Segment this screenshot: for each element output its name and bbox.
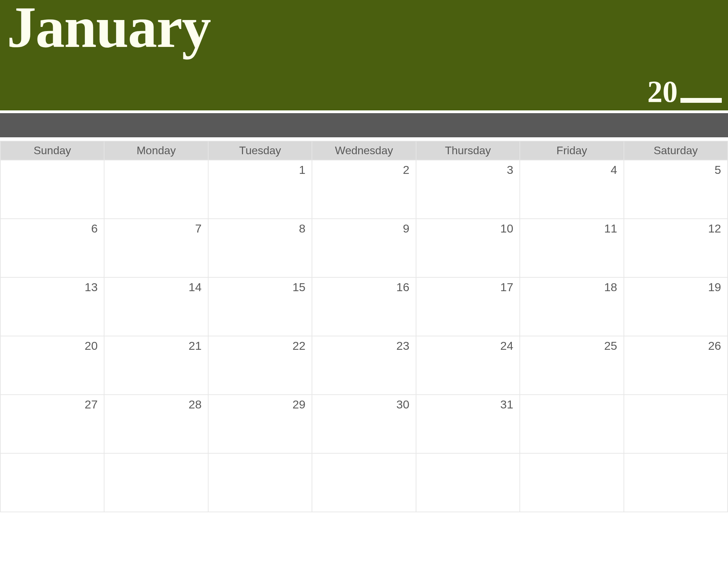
weekday-saturday: Saturday xyxy=(624,141,728,160)
day-cell xyxy=(416,453,520,512)
day-cell: 14 xyxy=(104,277,208,336)
day-cell: 17 xyxy=(416,277,520,336)
year-prefix: 20 xyxy=(647,77,678,107)
week-row: 27 28 29 30 31 xyxy=(0,395,728,453)
day-cell xyxy=(624,453,728,512)
day-cell: 27 xyxy=(0,395,104,453)
day-cell: 1 xyxy=(208,160,312,219)
day-cell: 8 xyxy=(208,219,312,277)
day-cell: 7 xyxy=(104,219,208,277)
day-cell xyxy=(104,160,208,219)
weekday-monday: Monday xyxy=(104,141,208,160)
day-cell: 30 xyxy=(312,395,416,453)
day-cell: 19 xyxy=(624,277,728,336)
day-cell: 26 xyxy=(624,336,728,395)
weekday-friday: Friday xyxy=(520,141,624,160)
day-cell: 29 xyxy=(208,395,312,453)
day-cell xyxy=(0,453,104,512)
day-cell: 16 xyxy=(312,277,416,336)
week-row: 6 7 8 9 10 11 12 xyxy=(0,219,728,277)
year-blank-line xyxy=(680,98,722,103)
day-cell: 25 xyxy=(520,336,624,395)
day-cell: 15 xyxy=(208,277,312,336)
day-cell: 31 xyxy=(416,395,520,453)
year-block: 20 xyxy=(647,77,722,107)
weekday-thursday: Thursday xyxy=(416,141,520,160)
day-cell xyxy=(312,453,416,512)
day-cell xyxy=(208,453,312,512)
day-cell: 5 xyxy=(624,160,728,219)
week-row: 20 21 22 23 24 25 26 xyxy=(0,336,728,395)
weekday-wednesday: Wednesday xyxy=(312,141,416,160)
day-cell xyxy=(624,395,728,453)
calendar-grid: Sunday Monday Tuesday Wednesday Thursday… xyxy=(0,141,728,512)
weekday-tuesday: Tuesday xyxy=(208,141,312,160)
day-cell: 6 xyxy=(0,219,104,277)
header-band: January 20 xyxy=(0,0,728,110)
day-cell: 10 xyxy=(416,219,520,277)
week-row: 1 2 3 4 5 xyxy=(0,160,728,219)
weekday-header-row: Sunday Monday Tuesday Wednesday Thursday… xyxy=(0,141,728,160)
day-cell: 20 xyxy=(0,336,104,395)
day-cell: 28 xyxy=(104,395,208,453)
week-row: 13 14 15 16 17 18 19 xyxy=(0,277,728,336)
week-row xyxy=(0,453,728,512)
sub-header-bar xyxy=(0,113,728,137)
day-cell: 21 xyxy=(104,336,208,395)
day-cell: 3 xyxy=(416,160,520,219)
day-cell: 18 xyxy=(520,277,624,336)
calendar-page: January 20 Sunday Monday Tuesday Wednesd… xyxy=(0,0,728,563)
day-cell: 4 xyxy=(520,160,624,219)
day-cell: 12 xyxy=(624,219,728,277)
day-cell: 2 xyxy=(312,160,416,219)
day-cell: 23 xyxy=(312,336,416,395)
weekday-sunday: Sunday xyxy=(0,141,104,160)
day-cell xyxy=(520,453,624,512)
day-cell: 9 xyxy=(312,219,416,277)
day-cell: 11 xyxy=(520,219,624,277)
day-cell xyxy=(0,160,104,219)
day-cell xyxy=(104,453,208,512)
day-cell xyxy=(520,395,624,453)
day-cell: 13 xyxy=(0,277,104,336)
day-cell: 22 xyxy=(208,336,312,395)
month-title: January xyxy=(7,0,211,61)
day-cell: 24 xyxy=(416,336,520,395)
